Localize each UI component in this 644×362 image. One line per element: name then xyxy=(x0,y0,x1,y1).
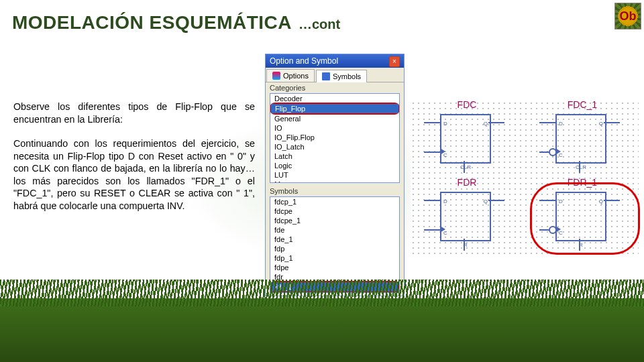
wire xyxy=(464,161,465,173)
pin-d: D xyxy=(559,121,563,127)
clk-edge-icon xyxy=(440,226,445,233)
symbol-row[interactable]: fdcp_1 xyxy=(270,197,399,206)
wire xyxy=(464,239,465,251)
close-icon[interactable]: × xyxy=(389,56,400,67)
symbol-row[interactable]: fdpe xyxy=(270,263,399,272)
option-symbol-dialog: Option and Symbol × Options Symbols Cate… xyxy=(265,54,405,296)
ff-fdc1-box: D Q C CLR xyxy=(555,114,606,164)
ff-fdc1-label: FDC_1 xyxy=(529,99,636,110)
clk-edge-icon xyxy=(555,148,561,155)
body-text: Observe los diferentes tipos de Flip-Flo… xyxy=(13,101,255,225)
dialog-title-text: Option and Symbol xyxy=(270,56,338,66)
tab-options-label: Options xyxy=(283,72,309,80)
badge-ob: Ob xyxy=(614,3,641,29)
category-row[interactable]: Decoder xyxy=(270,94,399,103)
wire xyxy=(579,161,580,173)
slide-title: MODELACIÓN ESQUEMÁTICA …cont xyxy=(12,12,340,34)
categories-listbox[interactable]: DecoderFlip_FlopGeneralIOIO_Flip.FlopIO_… xyxy=(270,93,400,183)
pin-clr: CLR xyxy=(576,164,586,170)
category-row[interactable]: IO_Flip.Flop xyxy=(270,133,399,142)
title-cont: …cont xyxy=(299,17,340,32)
symbols-icon xyxy=(322,72,330,80)
pin-q: Q xyxy=(484,198,488,204)
ff-fdr-box: D Q C R xyxy=(440,192,491,241)
wire xyxy=(424,152,440,153)
category-row[interactable]: LUT xyxy=(270,170,399,180)
ff-fdc-label: FDC xyxy=(413,99,521,110)
pin-q: Q xyxy=(599,121,603,127)
ff-fdr-label: FDR xyxy=(413,177,521,188)
clk-edge-icon xyxy=(440,148,445,155)
category-row[interactable]: Latch xyxy=(270,152,399,161)
symbol-row[interactable]: fdp xyxy=(270,244,399,253)
pin-d: D xyxy=(443,198,447,204)
wire xyxy=(604,122,620,123)
ff-fdr: FDR D Q C R xyxy=(413,180,521,249)
dialog-tabs: Options Symbols xyxy=(266,68,404,82)
wire xyxy=(424,200,440,201)
footer-grass xyxy=(0,298,644,362)
category-row[interactable]: IO xyxy=(270,123,399,133)
paragraph-1: Observe los diferentes tipos de Flip-Flo… xyxy=(13,101,255,125)
pin-q: Q xyxy=(484,121,488,127)
ff-fdc-box: D Q C CLR xyxy=(440,114,491,164)
pin-d: D xyxy=(443,121,447,127)
symbols-listbox[interactable]: fdcp_1fdcpefdcpe_1fdefde_1fdpfdp_1fdpefd… xyxy=(270,196,400,293)
symbol-row[interactable]: fde_1 xyxy=(270,235,399,244)
category-row[interactable]: Flip_Flop xyxy=(271,104,398,113)
pin-clr: CLR xyxy=(460,164,471,170)
category-row[interactable]: Logic xyxy=(270,161,399,170)
symbol-row[interactable]: fde xyxy=(270,225,399,235)
options-icon xyxy=(272,72,280,80)
category-row[interactable]: General xyxy=(270,114,399,123)
wire xyxy=(424,229,440,231)
wire xyxy=(488,122,504,123)
highlight-fdr1 xyxy=(530,182,640,255)
wire xyxy=(488,200,504,201)
tab-options[interactable]: Options xyxy=(266,69,315,82)
flipflop-preview: FDC D Q C CLR FDC_1 D Q C CLR FDR D xyxy=(411,101,639,255)
ff-fdc: FDC D Q C CLR xyxy=(413,102,521,172)
ff-fdc1: FDC_1 D Q C CLR xyxy=(529,102,636,172)
symbol-row[interactable]: fdcpe_1 xyxy=(270,216,399,225)
tab-symbols-label: Symbols xyxy=(333,72,361,80)
title-main: MODELACIÓN ESQUEMÁTICA xyxy=(12,12,292,34)
categories-label: Categories xyxy=(266,82,404,93)
paragraph-2: Continuando con los requerimientos del e… xyxy=(13,137,255,212)
symbol-row[interactable]: fdp_1 xyxy=(270,253,399,263)
category-row[interactable]: IO_Latch xyxy=(270,142,399,152)
wire xyxy=(424,122,440,123)
symbol-row[interactable]: fdcpe xyxy=(270,206,399,216)
dialog-titlebar: Option and Symbol × xyxy=(266,54,404,68)
category-row[interactable]: Memory xyxy=(270,180,399,183)
wire xyxy=(539,152,549,153)
badge-ob-text: Ob xyxy=(620,9,637,23)
wire xyxy=(539,122,555,123)
symbols-label: Symbols xyxy=(266,186,404,196)
tab-symbols[interactable]: Symbols xyxy=(316,70,367,82)
